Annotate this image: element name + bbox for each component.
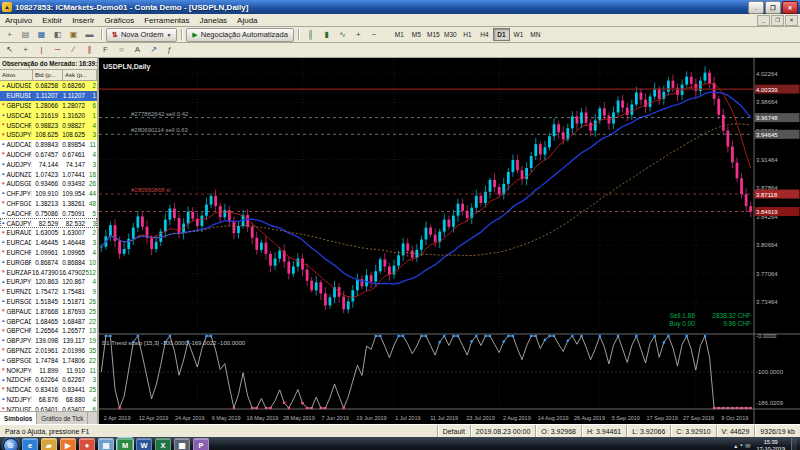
market-watch-row[interactable]: ▼NZDUSD0.634010.634076 <box>0 404 97 411</box>
fibonacci-icon[interactable]: F <box>98 43 113 57</box>
market-watch-row[interactable]: ▲AUDNZD1.074231.0744118 <box>0 169 97 179</box>
market-watch-row[interactable]: ▼EURAUD1.630051.630072 <box>0 228 97 238</box>
menu-ajuda[interactable]: Ajuda <box>232 14 262 26</box>
timeframe-m15[interactable]: M15 <box>425 28 442 41</box>
candle-chart-icon[interactable]: ▮ <box>319 28 334 42</box>
chart-area[interactable]: #277862642 sell 0.42#280690114 sell 0.63… <box>99 58 800 424</box>
taskbar-paint-icon[interactable]: P <box>193 438 209 450</box>
taskbar-calc-icon[interactable]: ▦ <box>174 438 190 450</box>
minimize-button[interactable]: _ <box>748 1 764 14</box>
timeframe-d1[interactable]: D1 <box>493 28 510 41</box>
taskbar-media-icon[interactable]: ▶ <box>60 438 76 450</box>
timeframe-m1[interactable]: M1 <box>391 28 408 41</box>
market-watch-row[interactable]: ▼GBPCHF1.265641.2657713 <box>0 326 97 336</box>
arrow-icon[interactable]: ↗ <box>146 43 161 57</box>
market-watch-row[interactable]: ▲EURGBP0.868740.8688410 <box>0 257 97 267</box>
channel-icon[interactable]: ∥ <box>82 43 97 57</box>
zoom-out-icon[interactable]: − <box>367 28 382 42</box>
market-watch-row[interactable]: ▲AUDCAD0.898430.8985411 <box>0 140 97 150</box>
taskbar-mt4-icon[interactable]: M <box>117 438 133 450</box>
menu-inserir[interactable]: Inserir <box>67 14 99 26</box>
timeframe-w1[interactable]: W1 <box>510 28 527 41</box>
crosshair-icon[interactable]: + <box>18 43 33 57</box>
line-chart-icon[interactable]: ∿ <box>335 28 350 42</box>
terminal-icon[interactable]: ▬ <box>82 28 97 42</box>
market-watch-row[interactable]: ▼GBPAUD1.876681.8769325 <box>0 306 97 316</box>
maximize-button[interactable]: ❐ <box>765 1 781 14</box>
market-watch-row[interactable]: ▼CHFSGD1.382131.3826148 <box>0 199 97 209</box>
taskbar-word-icon[interactable]: W <box>136 438 152 450</box>
taskbar-chrome-icon[interactable]: ● <box>79 438 95 450</box>
tray-icon-0[interactable]: ▴ <box>734 442 737 449</box>
market-watch-row[interactable]: ▲CADCHF0.750860.750915 <box>0 208 97 218</box>
taskbar-ie-icon[interactable]: e <box>22 438 38 450</box>
new-chart-icon[interactable]: + <box>2 28 17 42</box>
timeframe-m30[interactable]: M30 <box>442 28 459 41</box>
market-watch-row[interactable]: ▲NZDJPY68.87668.8804 <box>0 395 97 405</box>
bar-chart-icon[interactable]: ║ <box>303 28 318 42</box>
market-watch-row[interactable]: ▼USDCHF0.988230.988274 <box>0 120 97 130</box>
text-icon[interactable]: A <box>130 43 145 57</box>
market-watch-row[interactable]: ▼NZDCAD0.834160.8344125 <box>0 385 97 395</box>
market-watch-row[interactable]: ▲USDCAD1.316191.316201 <box>0 110 97 120</box>
market-watch-row[interactable]: ▲GBPCAD1.684651.6848722 <box>0 316 97 326</box>
tray-icon-2[interactable]: ✉ <box>745 442 750 449</box>
tab-tick-chart[interactable]: Gráfico de Tick <box>37 412 88 424</box>
zoom-in-icon[interactable]: + <box>351 28 366 42</box>
taskbar-clock[interactable]: 15:39 17-10-2019 <box>753 439 788 450</box>
data-window-icon[interactable]: ◧ <box>50 28 65 42</box>
market-watch-icon[interactable]: ▦ <box>34 28 49 42</box>
trendline-icon[interactable]: ∕ <box>66 43 81 57</box>
profiles-icon[interactable]: ▤ <box>18 28 33 42</box>
chart-restore-button[interactable]: ❐ <box>771 15 784 26</box>
cursor-icon[interactable]: ↖ <box>2 43 17 57</box>
chart-close-button[interactable]: ✕ <box>785 15 798 26</box>
market-watch-row[interactable]: ▼EURZAR16.4739016.47902512 <box>0 267 97 277</box>
menu-ferramentas[interactable]: Ferramentas <box>139 14 194 26</box>
menu-janelas[interactable]: Janelas <box>195 14 233 26</box>
market-watch-row[interactable]: ▲CADJPY82.52982.5323 <box>0 218 97 228</box>
market-watch-row[interactable]: ▼EURCHF1.099611.099654 <box>0 248 97 258</box>
vertical-line-icon[interactable]: | <box>34 43 49 57</box>
column-header-ask[interactable]: Ask (p... <box>63 70 97 80</box>
tray-icon-1[interactable]: ▪ <box>740 442 742 449</box>
market-watch-row[interactable]: ▲NZDCHF0.622640.622673 <box>0 375 97 385</box>
chart-canvas[interactable]: #277862642 sell 0.42#280690114 sell 0.63… <box>99 58 800 424</box>
taskbar-excel-icon[interactable]: X <box>155 438 171 450</box>
market-watch-row[interactable]: ▲EURJPY120.863120.8674 <box>0 277 97 287</box>
menu-arquivo[interactable]: Arquivo <box>0 14 37 26</box>
market-watch-row[interactable]: ▲EURUSD1.112071.112071 <box>0 91 97 101</box>
market-watch-row[interactable]: ▼NOKJPY11.89911.91011 <box>0 365 97 375</box>
show-desktop-button[interactable] <box>791 438 797 450</box>
status-profile[interactable]: Default <box>437 425 470 437</box>
market-watch-row[interactable]: ▼GBPNZD2.019612.0199635 <box>0 346 97 356</box>
market-watch-row[interactable]: ▼AUDCHF0.674570.674614 <box>0 150 97 160</box>
close-button[interactable]: ✕ <box>782 1 798 14</box>
tab-symbols[interactable]: Símbolos <box>0 412 37 424</box>
timeframe-mn[interactable]: MN <box>527 28 544 41</box>
market-watch-row[interactable]: ▲CHFJPY109.910109.95444 <box>0 189 97 199</box>
taskbar-notepad-icon[interactable]: ▤ <box>98 438 114 450</box>
indicators-icon[interactable]: ƒ <box>162 43 177 57</box>
market-watch-row[interactable]: ▼GBPUSD1.280661.280726 <box>0 101 97 111</box>
column-header-symbol[interactable]: Ativo <box>0 70 33 80</box>
market-watch-row[interactable]: ▲EURCAD1.464451.464483 <box>0 238 97 248</box>
market-watch-row[interactable]: ▲GBPSGD1.747841.7480622 <box>0 355 97 365</box>
new-order-button[interactable]: ⇅ Nova Ordem ▼ <box>106 28 177 42</box>
market-watch-row[interactable]: ▲AUDJPY74.14474.1473 <box>0 159 97 169</box>
autotrading-button[interactable]: ▶ Negociação Automatizada <box>186 28 294 42</box>
market-watch-row[interactable]: ▼EURNZD1.754721.754819 <box>0 287 97 297</box>
column-header-bid[interactable]: Bid (p... <box>33 70 63 80</box>
shapes-icon[interactable]: ○ <box>114 43 129 57</box>
timeframe-h1[interactable]: H1 <box>459 28 476 41</box>
chart-minimize-button[interactable]: _ <box>757 15 770 26</box>
navigator-icon[interactable]: ▣ <box>66 28 81 42</box>
menu-exibir[interactable]: Exibir <box>37 14 67 26</box>
menu-gráficos[interactable]: Gráficos <box>99 14 139 26</box>
market-watch-row[interactable]: ▼AUDSGD0.934660.9349226 <box>0 179 97 189</box>
start-button[interactable]: ⊞ <box>3 438 19 450</box>
market-watch-row[interactable]: ▲GBPJPY139.098139.11719 <box>0 336 97 346</box>
horizontal-line-icon[interactable]: ─ <box>50 43 65 57</box>
market-watch-row[interactable]: ▼USDJPY108.625108.6253 <box>0 130 97 140</box>
timeframe-h4[interactable]: H4 <box>476 28 493 41</box>
